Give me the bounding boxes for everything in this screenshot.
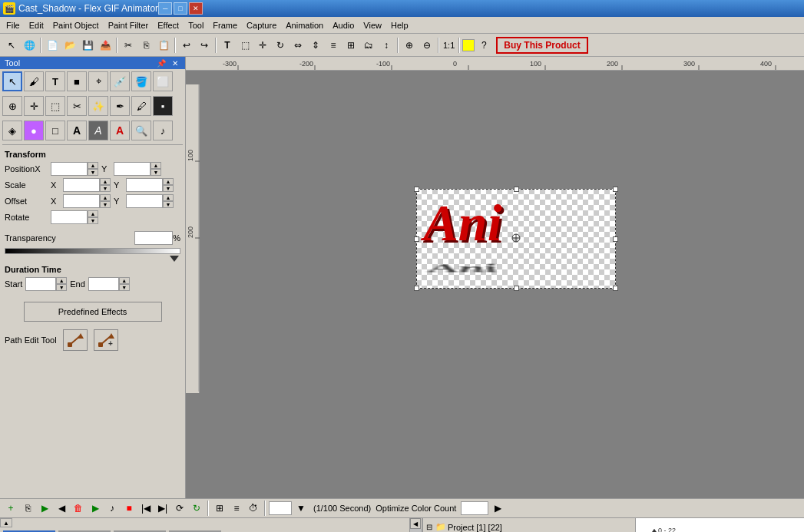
tool-pen[interactable]: ✒ xyxy=(110,96,130,116)
tl-play-icon[interactable]: ▶ xyxy=(88,501,103,516)
tl-stop-icon[interactable]: ■ xyxy=(121,501,137,516)
tree-item-project[interactable]: ⊟ 📁 Project [1] [22] xyxy=(426,521,632,532)
menu-capture[interactable]: Capture xyxy=(242,19,281,31)
start-input[interactable]: 0 xyxy=(25,277,56,291)
tl-stepfwd-icon[interactable]: ▶| xyxy=(155,501,170,516)
tl-stepback-icon[interactable]: |◀ xyxy=(138,501,154,516)
tb-misc2-icon[interactable]: ⊖ xyxy=(419,37,435,54)
tool-fill[interactable]: 🪣 xyxy=(131,71,151,91)
end-up[interactable]: ▲ xyxy=(119,277,130,284)
position-y-down[interactable]: ▼ xyxy=(151,169,161,176)
rotate-up[interactable]: ▲ xyxy=(88,210,98,217)
tool-drag[interactable]: ◈ xyxy=(2,121,22,140)
tb-text-icon[interactable]: T xyxy=(219,37,236,54)
handle-tc[interactable] xyxy=(514,187,519,192)
tool-textb[interactable]: A xyxy=(88,121,108,140)
end-input[interactable]: 22 xyxy=(88,277,119,291)
menu-view[interactable]: View xyxy=(359,19,386,31)
tb-select-icon[interactable]: ⬚ xyxy=(237,37,253,54)
menu-paint-filter[interactable]: Paint Filter xyxy=(104,19,154,31)
tb-move-icon[interactable]: ✛ xyxy=(254,37,271,54)
tool-square[interactable]: □ xyxy=(45,121,65,140)
menu-effect[interactable]: Effect xyxy=(153,19,184,31)
menu-file[interactable]: File xyxy=(2,19,25,31)
maximize-button[interactable]: □ xyxy=(174,2,187,15)
tool-circle[interactable]: ● xyxy=(24,121,44,140)
tb-grid-icon[interactable]: ⊞ xyxy=(342,37,359,54)
tb-export-icon[interactable]: 📤 xyxy=(97,37,114,54)
tb-save-icon[interactable]: 💾 xyxy=(79,37,96,54)
h-scroll-left[interactable]: ◀ xyxy=(410,518,421,529)
tb-misc1-icon[interactable]: ⊕ xyxy=(401,37,418,54)
tb-flipv-icon[interactable]: ⇕ xyxy=(307,37,324,54)
tool-eyedrop[interactable]: 💉 xyxy=(110,71,130,91)
offset-x-up[interactable]: ▲ xyxy=(100,194,111,201)
tool-paint[interactable]: 🖌 xyxy=(24,71,44,91)
start-up[interactable]: ▲ xyxy=(56,277,67,284)
offset-y-down[interactable]: ▼ xyxy=(163,201,174,208)
tb-rotate2-icon[interactable]: ↻ xyxy=(272,37,289,54)
panel-pin-button[interactable]: 📌 xyxy=(154,59,168,68)
tl-align-icon[interactable]: ≡ xyxy=(229,501,244,516)
menu-paint-object[interactable]: Paint Object xyxy=(48,19,104,31)
tb-order-icon[interactable]: ↕ xyxy=(378,37,395,54)
tb-color-icon[interactable] xyxy=(462,39,475,51)
position-x-input[interactable]: 142.0 xyxy=(51,162,88,176)
position-y-up[interactable]: ▲ xyxy=(151,162,161,169)
scale-y-down[interactable]: ▼ xyxy=(163,185,174,192)
scroll-up-button[interactable]: ▲ xyxy=(0,518,12,527)
offset-x-input[interactable]: 0.0 xyxy=(63,194,100,208)
tl-audio-icon[interactable]: ♪ xyxy=(104,501,120,516)
tool-text[interactable]: T xyxy=(45,71,65,91)
menu-audio[interactable]: Audio xyxy=(328,19,359,31)
tl-prev-icon[interactable]: ◀ xyxy=(54,501,69,516)
tool-dark[interactable]: ▪ xyxy=(153,96,173,116)
tb-cut-icon[interactable]: ✂ xyxy=(120,37,137,54)
tb-undo-icon[interactable]: ↩ xyxy=(178,37,195,54)
tool-rect[interactable]: ■ xyxy=(67,71,87,91)
position-x-down[interactable]: ▼ xyxy=(88,169,98,176)
handle-tr[interactable] xyxy=(613,187,618,192)
scale-x-up[interactable]: ▲ xyxy=(100,178,111,185)
menu-help[interactable]: Help xyxy=(386,19,413,31)
scale-y-up[interactable]: ▲ xyxy=(163,178,174,185)
tool-transform[interactable]: ⊕ xyxy=(2,96,22,116)
handle-bc[interactable] xyxy=(514,286,519,291)
tool-clone[interactable]: ✂ xyxy=(67,96,87,116)
tl-insert-icon[interactable]: + xyxy=(3,501,18,516)
tool-crop[interactable]: ⬚ xyxy=(45,96,65,116)
end-down[interactable]: ▼ xyxy=(119,284,130,291)
tl-next-icon[interactable]: ▶ xyxy=(37,501,52,516)
handle-br[interactable] xyxy=(613,286,618,291)
fps-dropdown[interactable]: ▼ xyxy=(293,501,309,516)
tb-fliph-icon[interactable]: ⇔ xyxy=(290,37,306,54)
tool-magic[interactable]: ✨ xyxy=(88,96,108,116)
tl-duplicate-icon[interactable]: ⎘ xyxy=(20,501,35,516)
tb-question-icon[interactable]: ? xyxy=(475,37,492,54)
close-button[interactable]: ✕ xyxy=(189,2,203,15)
tb-redo-icon[interactable]: ↪ xyxy=(196,37,213,54)
predefined-effects-button[interactable]: Predefined Effects xyxy=(24,302,162,322)
position-x-up[interactable]: ▲ xyxy=(88,162,98,169)
start-down[interactable]: ▼ xyxy=(56,284,67,291)
handle-mr[interactable] xyxy=(613,236,618,242)
tl-refresh-icon[interactable]: ↻ xyxy=(189,501,204,516)
tool-textc[interactable]: A xyxy=(110,121,130,140)
offset-y-up[interactable]: ▲ xyxy=(163,194,174,201)
rotate-input[interactable]: 0.0 xyxy=(51,210,88,224)
tl-grid-icon[interactable]: ⊞ xyxy=(212,501,227,516)
tl-loop-icon[interactable]: ⟳ xyxy=(172,501,187,516)
tl-timer-icon[interactable]: ⏱ xyxy=(246,501,261,516)
color-count-input[interactable]: 256 xyxy=(461,501,488,515)
minimize-button[interactable]: ─ xyxy=(158,2,172,15)
tool-texta[interactable]: A xyxy=(67,121,87,140)
offset-y-input[interactable]: 0.0 xyxy=(126,194,163,208)
tl-delete-icon[interactable]: 🗑 xyxy=(71,501,86,516)
position-y-input[interactable]: 49.0 xyxy=(114,162,151,176)
menu-tool[interactable]: Tool xyxy=(184,19,208,31)
tb-paste-icon[interactable]: 📋 xyxy=(155,37,172,54)
handle-tl[interactable] xyxy=(414,187,419,192)
tb-web-icon[interactable]: 🌐 xyxy=(21,37,38,54)
path-edit-icon2[interactable]: + xyxy=(94,329,118,351)
handle-ml[interactable] xyxy=(414,236,419,242)
